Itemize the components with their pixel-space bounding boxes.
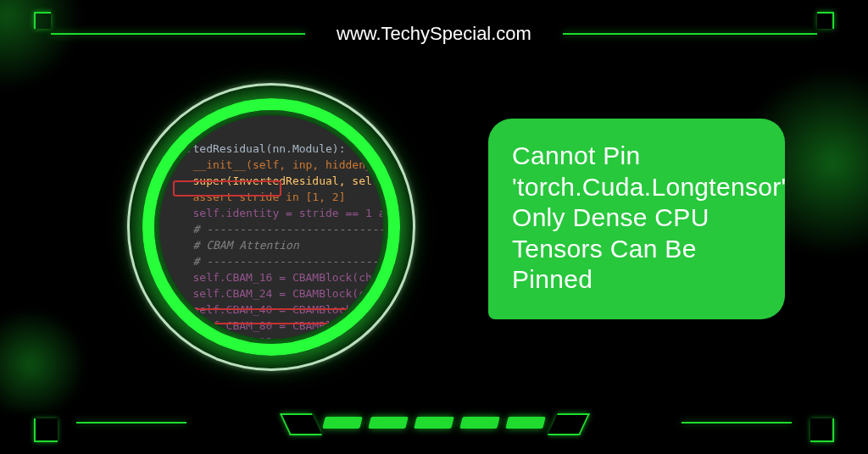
fractal-decor-bottom-left	[0, 293, 102, 412]
hud-segment	[368, 417, 408, 429]
code-line: self.CBAM_24 = CBAMBlock(chann	[168, 285, 383, 302]
code-line: assert stride in [1, 2]	[168, 189, 383, 205]
hud-bracket-left-icon	[285, 413, 315, 432]
code-line: # CBAM Attention	[168, 237, 383, 253]
corner-bracket-top-right	[817, 12, 834, 29]
hud-segment	[414, 417, 453, 429]
code-line: super(InvertedResidual, self)	[168, 173, 383, 189]
site-name-label: www.TechySpecial.com	[337, 23, 531, 45]
hud-bracket-right-icon	[553, 413, 583, 432]
code-line: self.CBAM_16 = CBAMBlock(channel	[168, 269, 383, 285]
corner-bracket-bottom-right	[810, 418, 834, 442]
code-circle-content: vertedResidual(nn.Module): __init__(self…	[159, 115, 383, 339]
code-line: # ----------------------------	[168, 221, 383, 237]
hud-segment	[459, 417, 499, 429]
corner-bracket-bottom-left	[34, 418, 58, 442]
hud-bottom-bar	[214, 412, 654, 434]
title-card-text: Cannot Pin 'torch.Cuda.Longtensor' Only …	[512, 141, 761, 296]
hud-segment	[322, 417, 362, 429]
code-line: __init__(self, inp, hidden_	[168, 157, 383, 173]
header-bar: www.TechySpecial.com	[0, 17, 868, 51]
header-divider-left	[51, 33, 305, 35]
hud-line-left	[76, 422, 186, 424]
header-divider-right	[563, 33, 817, 35]
code-line: self.identity = stride == 1 and	[168, 205, 383, 221]
hud-line-right	[682, 422, 792, 424]
title-card: Cannot Pin 'torch.Cuda.Longtensor' Only …	[488, 119, 785, 319]
code-line: # ----------------------------	[168, 253, 383, 269]
corner-bracket-top-left	[34, 12, 51, 29]
hud-segment	[505, 417, 545, 429]
code-circle: vertedResidual(nn.Module): __init__(self…	[127, 83, 415, 371]
